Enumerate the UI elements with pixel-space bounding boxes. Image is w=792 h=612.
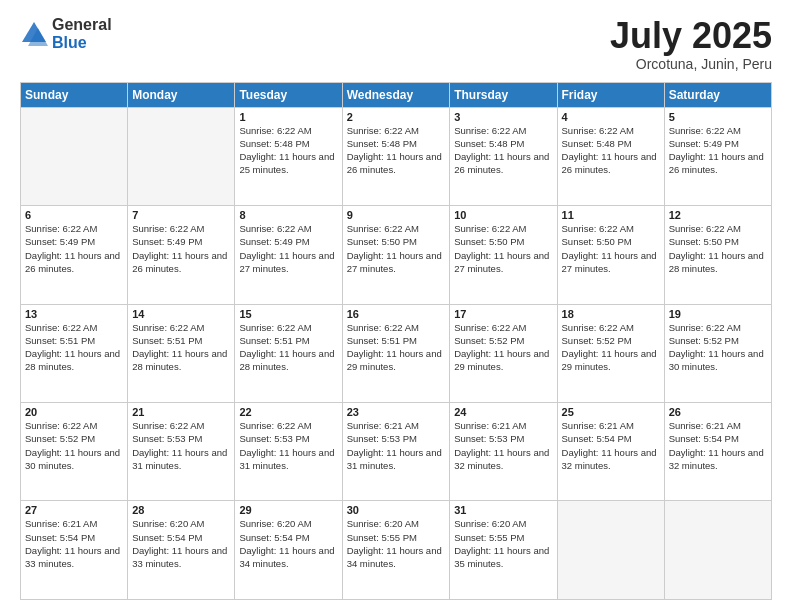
day-number: 2 xyxy=(347,111,446,123)
day-info: Sunrise: 6:22 AM Sunset: 5:50 PM Dayligh… xyxy=(347,222,446,275)
calendar-cell: 30Sunrise: 6:20 AM Sunset: 5:55 PM Dayli… xyxy=(342,501,450,600)
day-info: Sunrise: 6:20 AM Sunset: 5:55 PM Dayligh… xyxy=(347,517,446,570)
day-number: 12 xyxy=(669,209,767,221)
day-info: Sunrise: 6:22 AM Sunset: 5:51 PM Dayligh… xyxy=(132,321,230,374)
calendar-cell: 11Sunrise: 6:22 AM Sunset: 5:50 PM Dayli… xyxy=(557,206,664,304)
day-number: 22 xyxy=(239,406,337,418)
calendar-cell: 6Sunrise: 6:22 AM Sunset: 5:49 PM Daylig… xyxy=(21,206,128,304)
day-info: Sunrise: 6:21 AM Sunset: 5:54 PM Dayligh… xyxy=(562,419,660,472)
calendar-cell xyxy=(128,107,235,205)
title-location: Orcotuna, Junin, Peru xyxy=(610,56,772,72)
calendar-cell xyxy=(557,501,664,600)
day-number: 4 xyxy=(562,111,660,123)
day-info: Sunrise: 6:20 AM Sunset: 5:55 PM Dayligh… xyxy=(454,517,552,570)
day-info: Sunrise: 6:21 AM Sunset: 5:53 PM Dayligh… xyxy=(454,419,552,472)
week-row-3: 13Sunrise: 6:22 AM Sunset: 5:51 PM Dayli… xyxy=(21,304,772,402)
logo-general: General xyxy=(52,16,112,34)
day-number: 23 xyxy=(347,406,446,418)
day-info: Sunrise: 6:20 AM Sunset: 5:54 PM Dayligh… xyxy=(132,517,230,570)
calendar-cell: 25Sunrise: 6:21 AM Sunset: 5:54 PM Dayli… xyxy=(557,403,664,501)
header: General Blue July 2025 Orcotuna, Junin, … xyxy=(20,16,772,72)
day-number: 8 xyxy=(239,209,337,221)
day-info: Sunrise: 6:22 AM Sunset: 5:49 PM Dayligh… xyxy=(25,222,123,275)
day-info: Sunrise: 6:22 AM Sunset: 5:48 PM Dayligh… xyxy=(454,124,552,177)
day-info: Sunrise: 6:22 AM Sunset: 5:49 PM Dayligh… xyxy=(239,222,337,275)
weekday-header-friday: Friday xyxy=(557,82,664,107)
day-info: Sunrise: 6:22 AM Sunset: 5:52 PM Dayligh… xyxy=(25,419,123,472)
weekday-header-thursday: Thursday xyxy=(450,82,557,107)
day-number: 16 xyxy=(347,308,446,320)
day-info: Sunrise: 6:22 AM Sunset: 5:50 PM Dayligh… xyxy=(454,222,552,275)
calendar-cell: 9Sunrise: 6:22 AM Sunset: 5:50 PM Daylig… xyxy=(342,206,450,304)
day-info: Sunrise: 6:22 AM Sunset: 5:52 PM Dayligh… xyxy=(669,321,767,374)
day-info: Sunrise: 6:22 AM Sunset: 5:48 PM Dayligh… xyxy=(562,124,660,177)
calendar-cell: 10Sunrise: 6:22 AM Sunset: 5:50 PM Dayli… xyxy=(450,206,557,304)
day-number: 19 xyxy=(669,308,767,320)
calendar-cell: 31Sunrise: 6:20 AM Sunset: 5:55 PM Dayli… xyxy=(450,501,557,600)
week-row-1: 1Sunrise: 6:22 AM Sunset: 5:48 PM Daylig… xyxy=(21,107,772,205)
day-info: Sunrise: 6:22 AM Sunset: 5:50 PM Dayligh… xyxy=(669,222,767,275)
week-row-4: 20Sunrise: 6:22 AM Sunset: 5:52 PM Dayli… xyxy=(21,403,772,501)
day-info: Sunrise: 6:22 AM Sunset: 5:49 PM Dayligh… xyxy=(669,124,767,177)
calendar: SundayMondayTuesdayWednesdayThursdayFrid… xyxy=(20,82,772,600)
day-number: 14 xyxy=(132,308,230,320)
day-number: 11 xyxy=(562,209,660,221)
day-number: 17 xyxy=(454,308,552,320)
day-info: Sunrise: 6:21 AM Sunset: 5:54 PM Dayligh… xyxy=(669,419,767,472)
day-number: 30 xyxy=(347,504,446,516)
title-month: July 2025 xyxy=(610,16,772,56)
calendar-cell: 26Sunrise: 6:21 AM Sunset: 5:54 PM Dayli… xyxy=(664,403,771,501)
day-info: Sunrise: 6:22 AM Sunset: 5:49 PM Dayligh… xyxy=(132,222,230,275)
logo-blue: Blue xyxy=(52,34,112,52)
day-info: Sunrise: 6:22 AM Sunset: 5:50 PM Dayligh… xyxy=(562,222,660,275)
calendar-cell: 4Sunrise: 6:22 AM Sunset: 5:48 PM Daylig… xyxy=(557,107,664,205)
calendar-cell: 19Sunrise: 6:22 AM Sunset: 5:52 PM Dayli… xyxy=(664,304,771,402)
week-row-5: 27Sunrise: 6:21 AM Sunset: 5:54 PM Dayli… xyxy=(21,501,772,600)
day-info: Sunrise: 6:22 AM Sunset: 5:51 PM Dayligh… xyxy=(239,321,337,374)
day-number: 7 xyxy=(132,209,230,221)
calendar-cell: 20Sunrise: 6:22 AM Sunset: 5:52 PM Dayli… xyxy=(21,403,128,501)
day-number: 26 xyxy=(669,406,767,418)
weekday-header-monday: Monday xyxy=(128,82,235,107)
logo-icon xyxy=(20,20,48,48)
day-number: 25 xyxy=(562,406,660,418)
calendar-cell: 17Sunrise: 6:22 AM Sunset: 5:52 PM Dayli… xyxy=(450,304,557,402)
day-number: 9 xyxy=(347,209,446,221)
day-info: Sunrise: 6:22 AM Sunset: 5:48 PM Dayligh… xyxy=(347,124,446,177)
day-number: 15 xyxy=(239,308,337,320)
page: General Blue July 2025 Orcotuna, Junin, … xyxy=(0,0,792,612)
weekday-header-saturday: Saturday xyxy=(664,82,771,107)
calendar-cell: 1Sunrise: 6:22 AM Sunset: 5:48 PM Daylig… xyxy=(235,107,342,205)
calendar-cell: 29Sunrise: 6:20 AM Sunset: 5:54 PM Dayli… xyxy=(235,501,342,600)
day-number: 21 xyxy=(132,406,230,418)
calendar-cell: 24Sunrise: 6:21 AM Sunset: 5:53 PM Dayli… xyxy=(450,403,557,501)
calendar-cell: 13Sunrise: 6:22 AM Sunset: 5:51 PM Dayli… xyxy=(21,304,128,402)
day-number: 5 xyxy=(669,111,767,123)
calendar-cell xyxy=(664,501,771,600)
day-number: 13 xyxy=(25,308,123,320)
day-number: 24 xyxy=(454,406,552,418)
day-info: Sunrise: 6:22 AM Sunset: 5:48 PM Dayligh… xyxy=(239,124,337,177)
title-block: July 2025 Orcotuna, Junin, Peru xyxy=(610,16,772,72)
day-info: Sunrise: 6:22 AM Sunset: 5:53 PM Dayligh… xyxy=(132,419,230,472)
day-number: 28 xyxy=(132,504,230,516)
calendar-cell: 23Sunrise: 6:21 AM Sunset: 5:53 PM Dayli… xyxy=(342,403,450,501)
calendar-cell: 2Sunrise: 6:22 AM Sunset: 5:48 PM Daylig… xyxy=(342,107,450,205)
calendar-cell: 14Sunrise: 6:22 AM Sunset: 5:51 PM Dayli… xyxy=(128,304,235,402)
calendar-cell: 7Sunrise: 6:22 AM Sunset: 5:49 PM Daylig… xyxy=(128,206,235,304)
day-number: 27 xyxy=(25,504,123,516)
day-info: Sunrise: 6:22 AM Sunset: 5:52 PM Dayligh… xyxy=(562,321,660,374)
day-number: 3 xyxy=(454,111,552,123)
calendar-cell: 27Sunrise: 6:21 AM Sunset: 5:54 PM Dayli… xyxy=(21,501,128,600)
day-info: Sunrise: 6:22 AM Sunset: 5:53 PM Dayligh… xyxy=(239,419,337,472)
weekday-header-tuesday: Tuesday xyxy=(235,82,342,107)
logo: General Blue xyxy=(20,16,112,51)
calendar-cell: 12Sunrise: 6:22 AM Sunset: 5:50 PM Dayli… xyxy=(664,206,771,304)
day-info: Sunrise: 6:22 AM Sunset: 5:52 PM Dayligh… xyxy=(454,321,552,374)
day-number: 18 xyxy=(562,308,660,320)
week-row-2: 6Sunrise: 6:22 AM Sunset: 5:49 PM Daylig… xyxy=(21,206,772,304)
calendar-cell: 16Sunrise: 6:22 AM Sunset: 5:51 PM Dayli… xyxy=(342,304,450,402)
day-info: Sunrise: 6:22 AM Sunset: 5:51 PM Dayligh… xyxy=(25,321,123,374)
day-number: 31 xyxy=(454,504,552,516)
day-info: Sunrise: 6:20 AM Sunset: 5:54 PM Dayligh… xyxy=(239,517,337,570)
